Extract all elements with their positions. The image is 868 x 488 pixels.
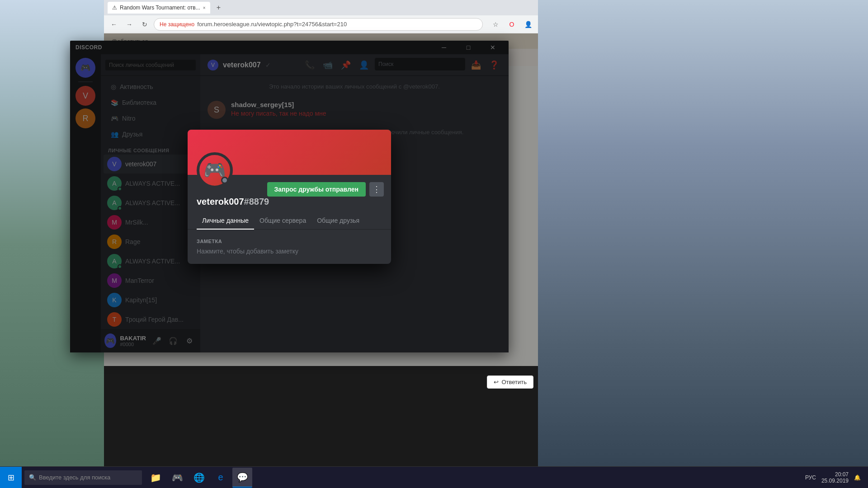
taskbar-fileexplorer[interactable]: 📁 xyxy=(146,468,165,488)
profile-username: veterok007 xyxy=(197,197,244,206)
browser-tab[interactable]: ⚠ Random Wars Tournament: отв... × xyxy=(108,2,210,14)
reply-icon: ↩ xyxy=(494,379,499,385)
tab-title: Random Wars Tournament: отв... xyxy=(120,5,200,11)
tab-mutual-friends[interactable]: Общие друзья xyxy=(311,212,365,230)
reply-label: Ответить xyxy=(501,379,527,385)
profile-status-dot xyxy=(221,177,228,184)
profile-avatar: 🎮 xyxy=(197,152,233,188)
discord-overlay: 🎮 Запрос дружбы отправлен ⋮ veterok007#8… xyxy=(70,41,509,352)
profile-banner: 🎮 Запрос дружбы отправлен ⋮ xyxy=(188,130,391,175)
profile-card: 🎮 Запрос дружбы отправлен ⋮ veterok007#8… xyxy=(188,130,391,264)
tab-mutual-servers[interactable]: Общие сервера xyxy=(254,212,311,230)
bg-right xyxy=(538,0,868,488)
taskbar-lang: РУС xyxy=(805,474,816,481)
forward-button[interactable]: → xyxy=(123,18,136,31)
more-options-button[interactable]: ⋮ xyxy=(369,182,384,197)
browser-toolbar: ← → ↻ Не защищено forum.heroesleague.ru/… xyxy=(104,15,538,33)
time-display: 20:07 xyxy=(821,471,849,478)
reply-button[interactable]: ↩ Ответить xyxy=(487,375,533,389)
search-placeholder: Введите здесь для поиска xyxy=(39,474,110,481)
date-display: 25.09.2019 xyxy=(821,478,849,484)
start-button[interactable]: ⊞ xyxy=(0,467,22,488)
notification-icon: 🔔 xyxy=(854,474,861,481)
taskbar-browser[interactable]: e xyxy=(211,468,231,488)
refresh-button[interactable]: ↻ xyxy=(138,18,151,31)
tab-friends-label: Общие друзья xyxy=(317,217,359,224)
tab-favicon: ⚠ xyxy=(112,5,117,11)
profile-avatar-wrap: 🎮 xyxy=(197,152,233,188)
tab-personal-label: Личные данные xyxy=(202,217,249,224)
taskbar-right: РУС 20:07 25.09.2019 🔔 xyxy=(805,471,868,484)
note-input[interactable]: Нажмите, чтобы добавить заметку xyxy=(197,248,382,255)
search-icon: 🔍 xyxy=(29,474,36,481)
profile-body: ЗАМЕТКА Нажмите, чтобы добавить заметку xyxy=(188,230,391,264)
profile-discriminator: #8879 xyxy=(244,197,269,206)
taskbar-search[interactable]: 🔍 Введите здесь для поиска xyxy=(24,470,142,485)
profile-header-actions: Запрос дружбы отправлен ⋮ xyxy=(267,182,384,197)
taskbar-app-icons: 📁 🎮 🌐 e 💬 xyxy=(146,468,252,488)
tab-close-button[interactable]: × xyxy=(203,5,206,10)
address-bar[interactable]: Не защищено forum.heroesleague.ru/viewto… xyxy=(154,18,483,31)
taskbar: ⊞ 🔍 Введите здесь для поиска 📁 🎮 🌐 e 💬 Р… xyxy=(0,466,868,488)
taskbar-clock: 20:07 25.09.2019 xyxy=(821,471,849,484)
opera-button[interactable]: O xyxy=(505,18,518,31)
account-button[interactable]: 👤 xyxy=(522,18,534,31)
friend-request-button[interactable]: Запрос дружбы отправлен xyxy=(267,182,366,197)
tab-servers-label: Общие сервера xyxy=(259,217,306,224)
discord-window: DISCORD ─ □ ✕ 🎮 V R xyxy=(70,41,509,352)
back-button[interactable]: ← xyxy=(108,18,120,31)
browser-titlebar: ⚠ Random Wars Tournament: отв... × + xyxy=(104,0,538,15)
taskbar-steam[interactable]: 🎮 xyxy=(167,468,187,488)
tab-personal-data[interactable]: Личные данные xyxy=(197,212,254,230)
new-tab-button[interactable]: + xyxy=(213,2,225,14)
security-warning: Не защищено xyxy=(160,21,194,28)
note-section-label: ЗАМЕТКА xyxy=(197,239,382,244)
taskbar-discord[interactable]: 💬 xyxy=(232,468,252,488)
bookmark-button[interactable]: ☆ xyxy=(489,18,502,31)
address-url: forum.heroesleague.ru/viewtopic.php?t=24… xyxy=(197,21,347,28)
profile-tabs: Личные данные Общие сервера Общие друзья xyxy=(188,212,391,230)
taskbar-chrome[interactable]: 🌐 xyxy=(189,468,209,488)
